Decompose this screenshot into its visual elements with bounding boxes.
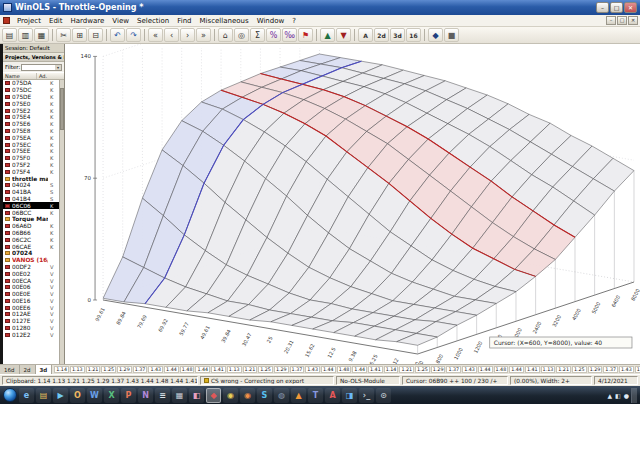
toolbar-permille-button[interactable]: ‰ (282, 28, 297, 42)
menu-view[interactable]: View (108, 16, 133, 26)
list-item[interactable]: 00E16V (3, 298, 59, 305)
list-item[interactable]: 01280V (3, 325, 59, 332)
list-item[interactable]: 075EAK (3, 134, 59, 141)
taskbar-terminal-icon[interactable]: ›_ (359, 388, 374, 403)
list-item[interactable]: 075E4K (3, 114, 59, 121)
taskbar-outlook-icon[interactable]: O (70, 388, 85, 403)
list-item[interactable]: 075E2K (3, 107, 59, 114)
tab-3d[interactable]: 3d (36, 365, 53, 374)
tab-16d[interactable]: 16d (0, 365, 20, 374)
toolbar-prev-button[interactable]: ‹ (164, 28, 179, 42)
menu-edit[interactable]: Edit (45, 16, 67, 26)
list-item[interactable]: 06CAEK (3, 243, 59, 250)
taskbar-steam-icon[interactable]: ◍ (274, 388, 289, 403)
list-item[interactable]: Torque Manag (3, 216, 59, 223)
list-item[interactable]: 06BCCK (3, 209, 59, 216)
toolbar-value-down-button[interactable]: ▼ (336, 28, 351, 42)
toolbar-new-button[interactable]: ▤ (2, 28, 17, 42)
list-item[interactable]: 07024 (3, 250, 59, 257)
toolbar-redo-button[interactable]: ↷ (126, 28, 141, 42)
toolbar-view-3d-button[interactable]: 3d (390, 28, 405, 42)
taskbar-calculator-icon[interactable]: ▦ (172, 388, 187, 403)
list-item[interactable]: 075DCK (3, 87, 59, 94)
taskbar-powerpoint-icon[interactable]: P (121, 388, 136, 403)
list-item[interactable]: 06A6DK (3, 223, 59, 230)
sidebar-scrollbar[interactable] (59, 80, 64, 364)
toolbar-sum-button[interactable]: Σ (250, 28, 265, 42)
column-header-address[interactable]: Ad. (37, 73, 64, 79)
list-item[interactable]: 06C2CK (3, 236, 59, 243)
toolbar-search-button[interactable]: ◎ (234, 28, 249, 42)
maximize-button[interactable]: □ (610, 2, 623, 13)
toolbar-cut-button[interactable]: ✂ (56, 28, 71, 42)
minimize-button[interactable]: – (596, 2, 609, 13)
toolbar-next-button[interactable]: › (180, 28, 195, 42)
list-item[interactable]: 075E8K (3, 128, 59, 135)
list-item[interactable]: 041B4S (3, 196, 59, 203)
list-item[interactable]: 075E6K (3, 121, 59, 128)
taskbar-paint-icon[interactable]: ◧ (189, 388, 204, 403)
start-button[interactable] (3, 388, 17, 402)
list-item[interactable]: 00EE6V (3, 304, 59, 311)
list-item[interactable]: 06B66K (3, 230, 59, 237)
toolbar-save-button[interactable]: ▦ (34, 28, 49, 42)
taskbar-firefox-icon[interactable]: ◉ (240, 388, 255, 403)
list-item[interactable]: 075EEK (3, 148, 59, 155)
taskbar-skype-icon[interactable]: S (257, 388, 272, 403)
taskbar-media-player-icon[interactable]: ▶ (53, 388, 68, 403)
toolbar-print-button[interactable]: ⊟ (88, 28, 103, 42)
toolbar-percent-button[interactable]: % (266, 28, 281, 42)
list-item[interactable]: 012AEV (3, 311, 59, 318)
menu-project[interactable]: Project (13, 16, 45, 26)
toolbar-view-2d-button[interactable]: 2d (374, 28, 389, 42)
taskbar-notepad-icon[interactable]: ≡ (155, 388, 170, 403)
filter-combobox[interactable]: ▾ (21, 64, 62, 71)
toolbar-undo-button[interactable]: ↶ (110, 28, 125, 42)
show-desktop-button[interactable] (631, 388, 637, 403)
toolbar-last-button[interactable]: » (196, 28, 211, 42)
list-item[interactable]: 04024S (3, 182, 59, 189)
list-item[interactable]: 075F2K (3, 162, 59, 169)
list-item[interactable]: 06C06K (3, 202, 59, 209)
taskbar-onenote-icon[interactable]: N (138, 388, 153, 403)
toolbar-first-button[interactable]: « (148, 28, 163, 42)
list-item[interactable]: 075F4K (3, 168, 59, 175)
list-item[interactable]: 075F0K (3, 155, 59, 162)
menu-hardware[interactable]: Hardware (67, 16, 109, 26)
list-item[interactable]: 075DEK (3, 94, 59, 101)
toolbar-value-up-button[interactable]: ▲ (320, 28, 335, 42)
sidebar-scrollbar-thumb[interactable] (60, 88, 64, 130)
toolbar-flag-button[interactable]: ⚑ (298, 28, 313, 42)
mdi-close-button[interactable]: ✕ (628, 16, 638, 25)
taskbar-settings-icon[interactable]: ⊙ (376, 388, 391, 403)
taskbar-internet-explorer-icon[interactable]: e (19, 388, 34, 403)
list-item[interactable]: 00ECAV (3, 277, 59, 284)
tray-icon[interactable]: ● (624, 392, 629, 399)
taskbar-vlc-icon[interactable]: ▲ (291, 388, 306, 403)
list-item[interactable]: 041BAS (3, 189, 59, 196)
mdi-restore-button[interactable]: □ (617, 16, 627, 25)
tab-2d[interactable]: 2d (20, 365, 36, 374)
tray-icon[interactable]: ▲ (607, 392, 612, 399)
toolbar-view-16-button[interactable]: 16 (406, 28, 421, 42)
list-item[interactable]: 00E0EV (3, 291, 59, 298)
taskbar-word-icon[interactable]: W (87, 388, 102, 403)
list-item[interactable]: 075DAK (3, 80, 59, 87)
menu-miscellaneous[interactable]: Miscellaneous (196, 16, 253, 26)
column-header-name[interactable]: Name (3, 73, 37, 79)
list-item[interactable]: 00DF2V (3, 264, 59, 271)
menu-find[interactable]: Find (173, 16, 195, 26)
taskbar-chrome-icon[interactable]: ◉ (223, 388, 238, 403)
menu-window[interactable]: Window (253, 16, 289, 26)
toolbar-open-folder-button[interactable]: ▥ (18, 28, 33, 42)
toolbar-view-text-button[interactable]: A (358, 28, 373, 42)
list-item[interactable]: VANOS (16/1 (3, 257, 59, 264)
close-button[interactable]: ✕ (624, 2, 637, 13)
map-3d-view[interactable]: 07014099.6189.8479.6969.9259.7749.6139.8… (65, 44, 640, 364)
list-item[interactable]: 075E0K (3, 100, 59, 107)
taskbar-windows-explorer-icon[interactable]: ▤ (36, 388, 51, 403)
toolbar-copy-button[interactable]: ⊞ (72, 28, 87, 42)
taskbar-winols-icon[interactable]: ◆ (206, 388, 221, 403)
list-item[interactable]: 00E02V (3, 270, 59, 277)
taskbar-teams-icon[interactable]: T (308, 388, 323, 403)
